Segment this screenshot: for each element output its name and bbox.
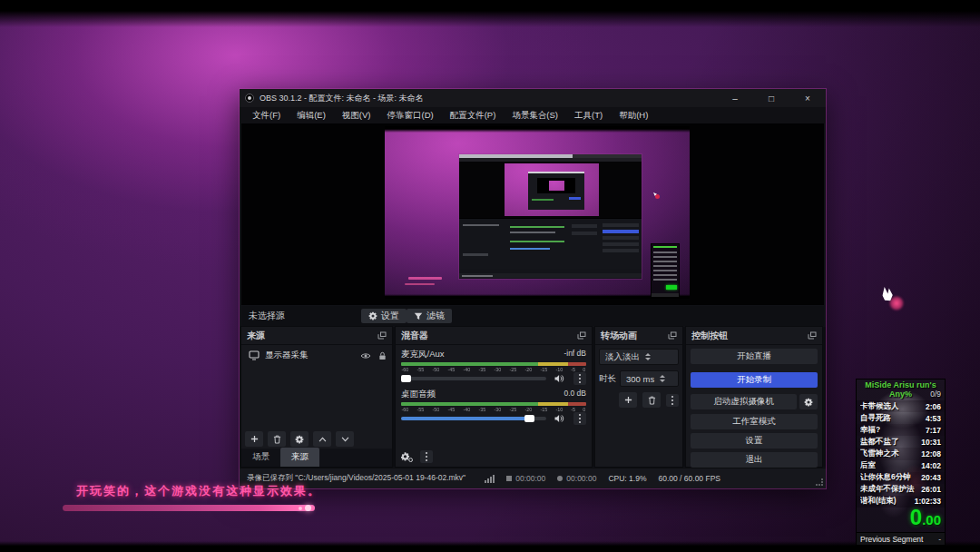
transition-options-kebab-icon[interactable] — [666, 394, 679, 407]
split-row: 盐都不盐了10:31 — [857, 436, 945, 448]
close-button[interactable]: × — [789, 89, 826, 107]
mic-options-kebab-icon[interactable] — [573, 372, 586, 385]
meter-tick: -55 — [416, 367, 424, 371]
meter-tick: -25 — [509, 407, 516, 411]
mic-volume-slider[interactable] — [401, 377, 546, 380]
remove-source-button[interactable] — [268, 431, 286, 447]
minimize-button[interactable]: – — [717, 89, 753, 107]
desktop-volume-meter — [401, 402, 586, 406]
tab-sources[interactable]: 来源 — [280, 448, 319, 467]
cursor-glow — [889, 296, 904, 310]
duration-label: 时长 — [599, 373, 616, 385]
split-name: 未成年不保护法 — [860, 484, 915, 495]
select-arrows-icon — [645, 353, 651, 360]
sources-dock: 来源 显示器采集 场景 来源 — [241, 327, 392, 467]
studio-mode-button[interactable]: 工作室模式 — [691, 414, 818, 429]
remove-transition-button[interactable] — [642, 392, 661, 408]
popout-icon[interactable] — [377, 331, 387, 340]
menu-item-0[interactable]: 文件(F) — [245, 108, 288, 123]
meter-tick: -30 — [494, 407, 501, 411]
eye-icon[interactable] — [360, 352, 371, 360]
move-down-button[interactable] — [336, 431, 354, 447]
start-virtualcam-button[interactable]: 启动虚拟摄像机 — [691, 394, 797, 409]
add-transition-button[interactable] — [619, 392, 637, 408]
mini-subtitle — [408, 277, 442, 280]
meter-tick: -15 — [540, 407, 547, 411]
source-row-display-capture[interactable]: 显示器采集 — [241, 347, 392, 364]
source-properties-gear-button[interactable] — [290, 431, 309, 447]
mixer-dock-header[interactable]: 混音器 — [396, 327, 592, 345]
exit-button[interactable]: 退出 — [691, 452, 818, 468]
mic-volume-meter — [401, 362, 586, 366]
split-time: 7:17 — [926, 426, 941, 435]
splits-list: 卡带候选人2:06自寻死路4:53幸福?7:17盐都不盐了10:31飞雷神之术1… — [857, 400, 945, 508]
stream-timecode: 00:00:00 — [557, 474, 596, 483]
meter-tick: -40 — [463, 407, 470, 411]
move-up-button[interactable] — [313, 431, 331, 447]
meter-tick: -60 — [401, 367, 408, 371]
maximize-button[interactable]: □ — [753, 89, 789, 107]
progress-dot — [305, 505, 311, 511]
meter-scale: -60-55-50-45-40-35-30-25-20-15-10-50 — [401, 367, 586, 372]
split-row: 卡带候选人2:06 — [857, 400, 945, 412]
spinner-arrows-icon[interactable] — [660, 375, 665, 382]
speaker-icon[interactable] — [554, 414, 564, 423]
split-row: 让你休息6分钟20:43 — [857, 472, 945, 484]
mixer-dock: 混音器 麦克风/Aux -inf dB -60-55-50-45-40-35-3… — [396, 327, 592, 467]
desktop-options-kebab-icon[interactable] — [573, 412, 586, 425]
settings-button[interactable]: 设置 — [691, 433, 818, 448]
split-name: 盐都不盐了 — [860, 437, 899, 448]
split-time: 26:01 — [921, 485, 941, 494]
meter-tick: -50 — [432, 407, 439, 411]
letterbox-top — [0, 0, 980, 27]
split-time: 10:31 — [921, 438, 941, 447]
meter-tick: -20 — [524, 367, 532, 371]
transitions-dock-header[interactable]: 转场动画 — [595, 327, 682, 345]
popout-icon[interactable] — [808, 331, 817, 340]
desktop-volume-slider[interactable] — [401, 417, 546, 420]
split-time: 12:08 — [921, 449, 941, 458]
menu-item-2[interactable]: 视图(V) — [335, 108, 378, 123]
start-streaming-button[interactable]: 开始直播 — [691, 349, 818, 364]
letterbox-bottom — [0, 541, 980, 552]
speaker-icon[interactable] — [554, 374, 564, 383]
gear-icon — [295, 435, 304, 444]
plus-icon — [624, 396, 632, 404]
menu-item-4[interactable]: 配置文件(P) — [443, 108, 504, 123]
tab-scenes[interactable]: 场景 — [241, 448, 280, 467]
gear-icon — [368, 311, 377, 320]
sources-dock-header[interactable]: 来源 — [241, 327, 392, 345]
source-properties-button[interactable]: 设置 — [361, 309, 407, 323]
filters-button[interactable]: 滤镜 — [407, 309, 452, 323]
mini-livesplit — [652, 244, 679, 297]
mixer-options-kebab-icon[interactable] — [420, 450, 433, 463]
meter-tick: -60 — [401, 407, 408, 411]
sources-toolbar — [245, 431, 354, 447]
add-source-button[interactable] — [245, 431, 263, 447]
virtualcam-config-button[interactable] — [799, 394, 818, 409]
menu-item-1[interactable]: 编辑(E) — [289, 108, 333, 123]
popout-icon[interactable] — [577, 331, 586, 340]
preview-canvas[interactable] — [241, 123, 824, 305]
duration-spinbox[interactable]: 300 ms — [620, 370, 679, 387]
menu-item-7[interactable]: 帮助(H) — [612, 108, 655, 123]
menu-item-5[interactable]: 场景集合(S) — [505, 108, 565, 123]
meter-tick: -45 — [447, 407, 455, 411]
resize-grip[interactable] — [816, 478, 823, 486]
title-bar[interactable]: OBS 30.1.2 - 配置文件: 未命名 - 场景: 未命名 – □ × — [240, 89, 826, 107]
advanced-audio-icon[interactable] — [401, 452, 413, 462]
menu-item-3[interactable]: 停靠窗口(D) — [379, 108, 440, 123]
chevron-down-icon — [341, 437, 349, 442]
rec-indicator-icon — [506, 476, 512, 481]
gear-icon — [804, 398, 813, 407]
start-recording-button[interactable]: 开始录制 — [691, 372, 818, 388]
meter-tick: -5 — [571, 407, 575, 411]
mixer-footer — [401, 450, 433, 463]
menu-item-6[interactable]: 工具(T) — [567, 108, 610, 123]
controls-dock-header[interactable]: 控制按钮 — [686, 327, 822, 345]
transition-select[interactable]: 淡入淡出 — [599, 349, 679, 365]
meter-scale: -60-55-50-45-40-35-30-25-20-15-10-50 — [401, 407, 586, 412]
lock-icon[interactable] — [378, 351, 387, 360]
popout-icon[interactable] — [668, 331, 677, 340]
status-bar: 录像已保存到 "C:/Users/jiang/Videos/2025-05-01… — [240, 468, 826, 488]
